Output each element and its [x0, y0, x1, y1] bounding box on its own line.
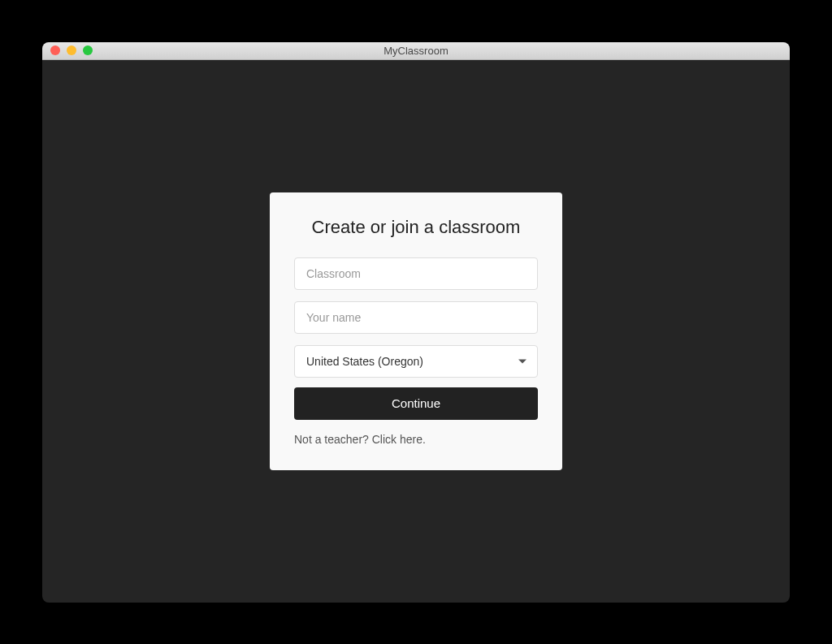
name-input[interactable]: [294, 301, 538, 334]
close-icon[interactable]: [50, 45, 60, 55]
titlebar: MyClassroom: [42, 42, 790, 60]
card-title: Create or join a classroom: [294, 217, 538, 238]
maximize-icon[interactable]: [83, 45, 93, 55]
window-title: MyClassroom: [384, 45, 448, 57]
join-card: Create or join a classroom United States…: [270, 192, 562, 470]
region-select[interactable]: United States (Oregon): [294, 345, 538, 378]
not-teacher-link[interactable]: Not a teacher? Click here.: [294, 433, 538, 446]
region-select-wrapper: United States (Oregon): [294, 345, 538, 378]
classroom-input[interactable]: [294, 257, 538, 290]
app-window: MyClassroom Create or join a classroom U…: [42, 42, 790, 603]
content-area: Create or join a classroom United States…: [42, 60, 790, 603]
traffic-lights: [42, 45, 93, 55]
continue-button[interactable]: Continue: [294, 387, 538, 420]
minimize-icon[interactable]: [67, 45, 76, 55]
